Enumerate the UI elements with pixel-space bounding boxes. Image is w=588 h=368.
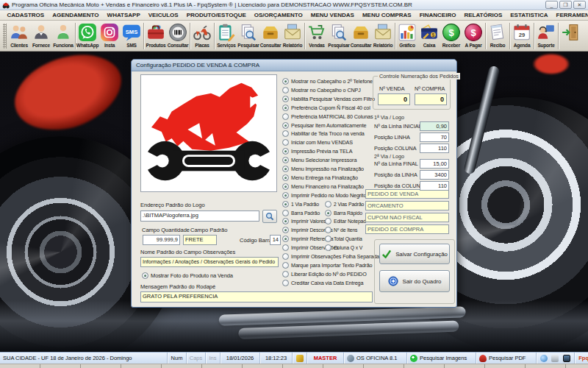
toolbar-button-whatsapp[interactable]: WhatsApp (76, 21, 98, 51)
option-imprimir-valores[interactable]: Imprimir Valores (282, 217, 326, 225)
toolbar-button-insta[interactable]: Insta (98, 21, 121, 51)
option-pesquisar-item-automaticamente[interactable]: Pesquisar Item Automaticamente (282, 121, 366, 130)
toolbar-button-consultar[interactable]: Consultar (167, 21, 189, 51)
logo-path-input[interactable]: .\BITMAP\logoferra.jpg (140, 210, 259, 222)
option-2-vias-padr-o[interactable]: 2 Vias Padrão (325, 200, 364, 208)
observations-name-input[interactable]: Informações / Anotações / Observações Ge… (140, 257, 279, 267)
doc-title-pedido-de-compra[interactable]: PEDIDO DE COMPRA (365, 224, 449, 234)
option-habilita-pesquisar-vendas-com-filtro[interactable]: Habilita Pesquisar Vendas com Filtro (282, 95, 375, 103)
minimize-button[interactable]: _ (545, 1, 558, 9)
globe-icon[interactable] (540, 355, 548, 362)
option-marque-para-importar-texto-padr-o[interactable]: Marque para Importar Texto Padrão (282, 261, 372, 269)
toolbar-button-gr-fico[interactable]: Gráfico (396, 21, 418, 51)
toolbar-button-receber[interactable]: $Receber (440, 21, 462, 51)
toolbar-caption: Agenda (514, 43, 531, 48)
close-button[interactable]: ✕ (573, 1, 586, 9)
menu-item-ferramentas[interactable]: FERRAMENTAS (552, 12, 588, 18)
toolbar-button-funciona[interactable]: Funciona (52, 21, 74, 51)
option-liberar-edi-o-do-n-do-pedido[interactable]: Liberar Edição do Nº do PEDIDO (282, 270, 367, 278)
option-barra-padr-o[interactable]: Barra Padrão (282, 209, 320, 217)
search-images-cell[interactable]: Pesquisar Imagens (407, 353, 476, 364)
option-editar-notepad[interactable]: Editar Notepad (325, 217, 366, 225)
option-imprimir-pedido-no-modo-negrito[interactable]: Imprimir Pedido no Modo Negrito (282, 191, 366, 199)
option-n-de-itens[interactable]: Nº de Itens (325, 226, 357, 234)
menu-item-veiculos[interactable]: VEICULOS (144, 12, 182, 18)
monitor-icon[interactable] (563, 355, 570, 362)
toolbar-button-consultar[interactable]: Consultar (259, 21, 282, 51)
option-menu-entrega-na-finaliza-o[interactable]: Menu Entrega na Finalização (282, 174, 358, 182)
menu-item-whatsapp[interactable]: WHATSAPP (103, 12, 144, 18)
toolbar-button-sms[interactable]: SMSSMS (121, 21, 143, 51)
menu-item-estatistica[interactable]: ESTATISTICA (506, 12, 552, 18)
option-prefer-ncia-matricial-80-colunas[interactable]: Preferência MATRICIAL 80 Colunas (282, 113, 373, 121)
menu-item-produto-estoque[interactable]: PRODUTO/ESTOQUE (182, 12, 250, 18)
drawer-icon (261, 23, 280, 42)
menu-item-financeiro[interactable]: FINANCEIRO (415, 12, 460, 18)
option-menu-financeiro-na-finaliza-o[interactable]: Menu Financeiro na Finalização (282, 183, 364, 191)
option-total-quantia[interactable]: Total Quantia (325, 235, 362, 243)
field-posi-o-coluna[interactable]: 110 (420, 144, 449, 153)
quantity-mask-input[interactable]: 99.999,9 (143, 235, 180, 245)
option-imprimir-observa-es-folha-separada[interactable]: Imprimir Observações Folha Separada (282, 252, 379, 261)
toolbar-button-servi-os[interactable]: Serviços (215, 21, 237, 51)
toolbar-button-relat-rio[interactable]: Relatório (372, 21, 394, 51)
barcode-length-input[interactable]: 14 (270, 235, 281, 245)
option-impress-o-pr-via-na-tela[interactable]: Impressão Prévia na TELA (282, 147, 352, 155)
toolbar-button-pesquisar[interactable]: Pesquisar (237, 21, 259, 51)
exit-dialog-button[interactable]: Sair do Quadro (379, 270, 450, 292)
menu-item-menu-compras[interactable]: MENU COMPRAS (358, 12, 415, 18)
option-habilitar-de-tela-troco-na-venda[interactable]: Habilitar de Tela Troco na venda (282, 130, 365, 138)
toolbar-caption: Suporte (537, 43, 554, 48)
toolbar-button-relat-rio[interactable]: Relatório (282, 21, 304, 51)
printer-icon[interactable] (551, 355, 559, 362)
field-posi-o-da-linha[interactable]: 3400 (420, 170, 449, 180)
field-posi-o-da-coluna[interactable]: 110 (420, 181, 449, 191)
save-config-button[interactable]: Salvar Configuração (379, 244, 450, 264)
dialog-title[interactable]: Configuração PEDIDO DE VENDA & COMPRA (132, 60, 456, 71)
menu-item-agendamento[interactable]: AGENDAMENTO (49, 12, 103, 18)
menu-item-menu-vendas[interactable]: MENU VENDAS (306, 12, 358, 18)
toolbar-button-exit-icon[interactable] (559, 21, 581, 51)
option-iniciar-com-menu-vendas[interactable]: Iniciar com Menu VENDAS (282, 138, 353, 146)
doc-title-orcamento[interactable]: ORCAMENTO (365, 201, 449, 210)
option-creditar-caixa-via-data-entrega[interactable]: Creditar Caixa via Data Entrega (282, 279, 363, 287)
toolbar-button-agenda[interactable]: 29Agenda (511, 21, 533, 51)
toolbar-button-consultar[interactable]: Consultar (350, 21, 372, 51)
toolbar-button-placas[interactable]: Placas (191, 21, 213, 51)
option-prefer-ncia-cupom-fiscal-40-col[interactable]: Preferência Cupom Ñ Fiscal 40 col (282, 104, 370, 112)
option-menu-impress-o-na-finaliza-o[interactable]: Menu Impressão na Finalização (282, 165, 364, 173)
default-field-input[interactable]: FRETE (183, 235, 217, 245)
toolbar-button-caixa[interactable]: $Caixa (418, 21, 440, 51)
option-mostrar-no-cabe-alho-o-2-telefone[interactable]: Mostrar no Cabeçalho o 2º Telefone (282, 77, 373, 85)
toolbar-button-recibo[interactable]: Recibo (487, 21, 509, 51)
option-mostrar-no-cabe-alho-o-cnpj[interactable]: Mostrar no Cabeçalho o CNPJ (282, 86, 361, 94)
toolbar-separator (395, 23, 395, 49)
field-n-da-linha-inicial[interactable]: 0,90 (420, 121, 449, 131)
restore-button[interactable]: ❐ (559, 1, 572, 9)
toolbar-caption: Recibo (490, 43, 505, 48)
field-n-da-linha-final[interactable]: 15,00 (420, 159, 449, 169)
option-1-via-padr-o[interactable]: 1 Via Padrão (282, 200, 319, 208)
toolbar-button-clientes[interactable]: Clientes (8, 21, 30, 51)
numeracao-value-n-venda[interactable]: 0 (378, 93, 410, 105)
menu-item-cadastros[interactable]: CADASTROS (3, 12, 49, 18)
toolbar-button-a-pagar[interactable]: $A Pagar (462, 21, 484, 51)
option-menu-selecionar-impressora[interactable]: Menu Selecionar Impressora (282, 156, 356, 164)
option-barra-r-pido[interactable]: Barra Rápido (325, 209, 362, 217)
option-mostrar-foto-produto[interactable]: Mostrar Foto do Produto na Venda (142, 272, 233, 280)
menu-bar: CADASTROSAGENDAMENTOWHATSAPPVEICULOSPROD… (0, 10, 588, 21)
menu-item-relat-rios[interactable]: RELATÓRIOS (460, 12, 506, 18)
option-coluna-q-x-v[interactable]: Coluna Q x V (325, 244, 362, 252)
field-posi-o-linha[interactable]: 70 (420, 132, 449, 142)
search-pdf-cell[interactable]: Pesquisar PDF (476, 353, 537, 364)
toolbar-button-pesquisar[interactable]: Pesquisar (328, 21, 350, 51)
doc-title-cupom-nao-fiscal[interactable]: CUPOM NAO FISCAL (365, 213, 449, 222)
toolbar-drag-handle[interactable] (3, 24, 7, 49)
toolbar-button-produtos[interactable]: Produtos (145, 21, 167, 51)
numeracao-value-n-compra[interactable]: 0 (415, 93, 447, 105)
toolbar-button-suporte[interactable]: Suporte (535, 21, 557, 51)
toolbar-button-vendas[interactable]: Vendas (306, 21, 328, 51)
toolbar-button-fornece[interactable]: Fornece (30, 21, 52, 51)
menu-item-os-or-amento[interactable]: OS/ORÇAMENTO (250, 12, 306, 18)
browse-logo-button[interactable] (262, 210, 277, 223)
